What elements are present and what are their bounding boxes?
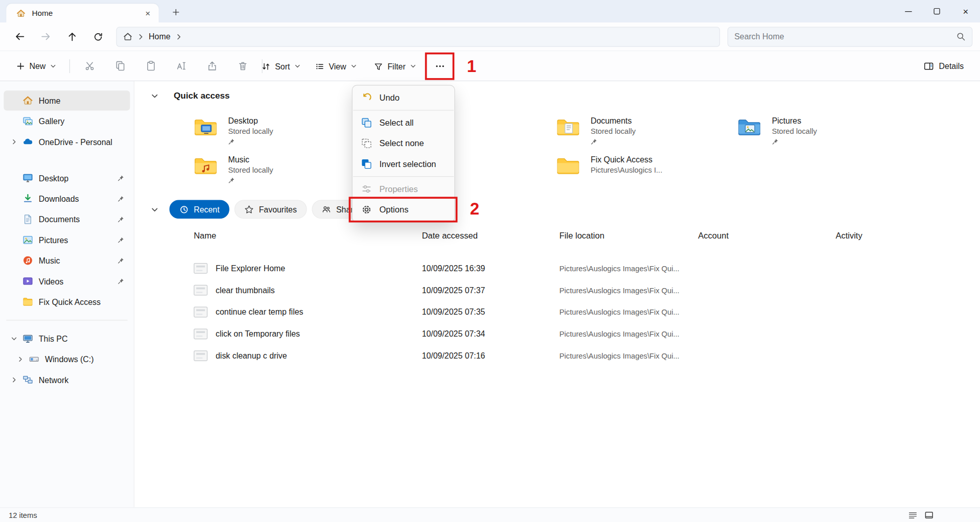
quick-access-tile-desktop[interactable]: Desktop Stored locally xyxy=(194,116,375,155)
column-header-account[interactable]: Account xyxy=(698,231,835,241)
file-explorer-window: Home × × xyxy=(0,0,980,522)
chevron-right-icon[interactable] xyxy=(11,376,17,383)
sidebar-item-music[interactable]: Music xyxy=(4,251,130,271)
sidebar-item-onedrive[interactable]: OneDrive - Personal xyxy=(4,132,130,152)
menu-item-undo[interactable]: Undo xyxy=(355,87,453,108)
column-header-file-location[interactable]: File location xyxy=(559,231,698,241)
filter-pill-favourites[interactable]: Favourites xyxy=(235,200,307,219)
tile-subtitle: Pictures\Auslogics I... xyxy=(591,165,737,175)
menu-item-invert-selection[interactable]: Invert selection xyxy=(355,154,453,174)
quick-access-header[interactable]: Quick access xyxy=(151,90,230,101)
menu-divider xyxy=(353,176,454,177)
sidebar-item-this-pc[interactable]: This PC xyxy=(4,328,130,348)
pin-icon xyxy=(118,175,124,181)
new-tab-button[interactable] xyxy=(168,4,184,20)
breadcrumb[interactable]: Home xyxy=(149,32,170,41)
close-button[interactable]: × xyxy=(951,0,980,22)
table-row[interactable]: clear thumbnails 10/09/2025 07:37 Pictur… xyxy=(194,279,974,301)
sidebar-item-documents[interactable]: Documents xyxy=(4,209,130,229)
sidebar-item-desktop[interactable]: Desktop xyxy=(4,168,130,188)
sidebar-item-network[interactable]: Network xyxy=(4,370,130,390)
tile-name: Fix Quick Access xyxy=(591,155,737,165)
quick-access-tile-pictures[interactable]: Pictures Stored locally xyxy=(737,116,919,155)
address-bar[interactable]: Home xyxy=(116,27,720,46)
menu-item-select-all[interactable]: Select all xyxy=(355,112,453,133)
filter-pill-label: Favourites xyxy=(259,205,297,214)
back-button[interactable] xyxy=(8,27,31,46)
view-button[interactable]: View xyxy=(309,55,363,78)
sidebar-item-fix-quick-access[interactable]: Fix Quick Access xyxy=(4,292,130,312)
menu-divider xyxy=(353,110,454,110)
filter-label: Filter xyxy=(387,61,405,70)
sidebar-item-home[interactable]: Home xyxy=(4,90,130,110)
table-row[interactable]: click on Temporary files 10/09/2025 07:3… xyxy=(194,323,974,345)
annotation-box-2 xyxy=(349,197,458,222)
sidebar-item-videos[interactable]: Videos xyxy=(4,271,130,291)
window-controls: × xyxy=(894,0,980,22)
see-more-button[interactable]: 1 xyxy=(427,55,452,78)
music-folder-icon xyxy=(194,156,217,176)
sidebar-item-windows-c[interactable]: Windows (C:) xyxy=(4,349,130,369)
view-label: View xyxy=(329,61,346,70)
column-header-name[interactable]: Name xyxy=(194,231,422,241)
cut-button[interactable] xyxy=(77,55,102,77)
pin-icon xyxy=(228,138,235,145)
sidebar-item-label: Documents xyxy=(39,215,80,224)
up-button[interactable] xyxy=(60,27,83,46)
share-button[interactable] xyxy=(199,55,224,77)
quick-access-tile-documents[interactable]: Documents Stored locally xyxy=(556,116,738,155)
table-row[interactable]: continue clear temp files 10/09/2025 07:… xyxy=(194,301,974,323)
new-button[interactable]: New xyxy=(10,55,63,77)
pin-icon xyxy=(118,216,124,223)
home-icon xyxy=(22,96,33,106)
quick-access-tile-fix-quick-access[interactable]: Fix Quick Access Pictures\Auslogics I... xyxy=(556,155,738,194)
search-input[interactable] xyxy=(734,32,956,41)
search-icon[interactable] xyxy=(956,32,965,41)
chevron-down-icon[interactable] xyxy=(151,91,159,100)
sidebar-item-pictures[interactable]: Pictures xyxy=(4,230,130,250)
tab-close-icon[interactable]: × xyxy=(142,7,154,19)
quick-access-tile-music[interactable]: Music Stored locally xyxy=(194,155,375,194)
explorer-tab[interactable]: Home × xyxy=(6,4,158,22)
sidebar-item-label: Network xyxy=(39,375,68,385)
details-button[interactable]: Details xyxy=(918,55,970,77)
filter-button[interactable]: Filter xyxy=(367,55,423,78)
table-row[interactable]: disk cleanup c drive 10/09/2025 07:16 Pi… xyxy=(194,345,974,367)
chevron-down-icon[interactable] xyxy=(11,335,17,342)
column-header-activity[interactable]: Activity xyxy=(835,231,973,241)
menu-item-select-none[interactable]: Select none xyxy=(355,133,453,154)
menu-item-label: Invert selection xyxy=(379,159,436,169)
refresh-button[interactable] xyxy=(86,27,110,46)
filter-pill-recent[interactable]: Recent xyxy=(169,200,229,219)
menu-item-properties[interactable]: Properties xyxy=(355,179,453,199)
onedrive-icon xyxy=(22,136,33,147)
delete-button[interactable] xyxy=(230,55,255,77)
sort-button[interactable]: Sort xyxy=(255,55,307,78)
sidebar-item-downloads[interactable]: Downloads xyxy=(4,188,130,208)
minimize-button[interactable] xyxy=(894,0,922,22)
search-box[interactable] xyxy=(728,27,972,46)
pin-icon xyxy=(118,236,124,243)
people-icon xyxy=(322,205,331,214)
quick-access-tiles: Desktop Stored locally Downloads Stored … xyxy=(194,116,919,194)
menu-item-options[interactable]: Options 2 xyxy=(355,199,453,220)
copy-button[interactable] xyxy=(107,55,132,77)
chevron-right-icon[interactable] xyxy=(17,356,24,363)
menu-item-label: Undo xyxy=(379,93,399,102)
column-header-date-accessed[interactable]: Date accessed xyxy=(422,231,559,241)
chevron-down-icon[interactable] xyxy=(151,205,159,213)
chevron-right-icon[interactable] xyxy=(11,138,17,145)
thumbnail-view-icon[interactable] xyxy=(924,510,934,519)
pin-icon xyxy=(228,177,235,183)
paste-button[interactable] xyxy=(138,55,163,77)
table-row[interactable]: File Explorer Home 10/09/2025 16:39 Pict… xyxy=(194,257,974,279)
chevron-right-icon[interactable] xyxy=(175,33,182,40)
file-thumbnail xyxy=(194,307,207,318)
rename-button[interactable] xyxy=(169,55,194,77)
sidebar-item-label: Pictures xyxy=(39,235,68,245)
maximize-button[interactable] xyxy=(922,0,951,22)
clock-icon xyxy=(179,205,189,214)
forward-button[interactable] xyxy=(34,27,57,46)
sidebar-item-gallery[interactable]: Gallery xyxy=(4,111,130,131)
list-view-icon[interactable] xyxy=(908,510,917,519)
